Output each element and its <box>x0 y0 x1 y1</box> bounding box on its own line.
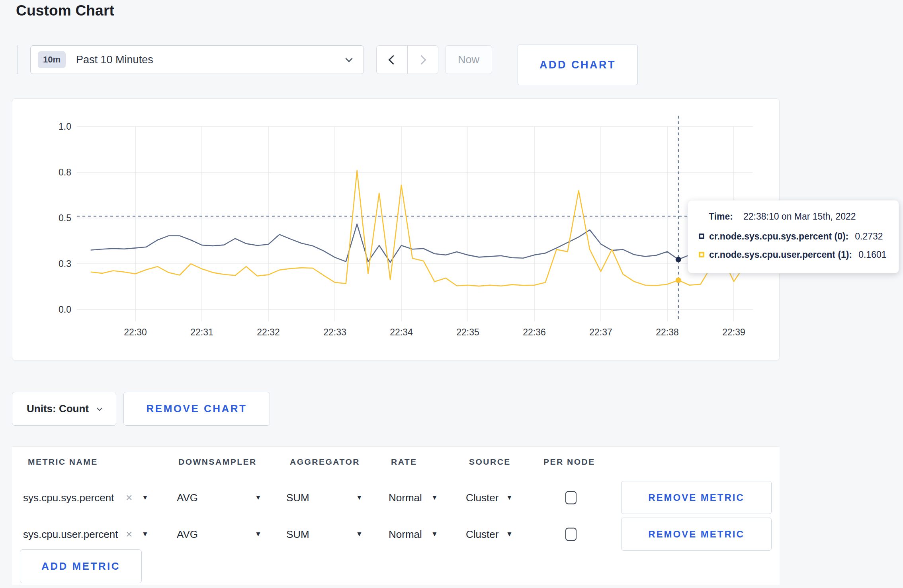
svg-text:22:38: 22:38 <box>656 327 679 337</box>
tooltip-time-row: Time:22:38:10 on Mar 15th, 2022 <box>709 211 856 222</box>
svg-text:22:34: 22:34 <box>390 327 413 337</box>
next-range-button[interactable] <box>408 46 438 74</box>
downsampler-select[interactable]: AVG <box>177 492 198 504</box>
svg-text:0.0: 0.0 <box>59 304 71 315</box>
svg-text:22:37: 22:37 <box>589 327 612 337</box>
svg-text:0.8: 0.8 <box>59 167 71 177</box>
caret-down-icon[interactable]: ▼ <box>142 530 149 538</box>
chevron-down-icon <box>345 55 352 62</box>
per-node-checkbox[interactable] <box>565 528 577 541</box>
svg-text:22:32: 22:32 <box>257 327 280 337</box>
custom-chart-page: Custom Chart 10m Past 10 Minutes Now ADD… <box>0 0 903 588</box>
time-range-dropdown[interactable]: 10m Past 10 Minutes <box>30 45 364 74</box>
remove-metric-x-icon[interactable]: × <box>126 491 132 504</box>
metric-name-select[interactable]: sys.cpu.sys.percent <box>23 492 114 504</box>
column-header: RATE <box>391 457 417 467</box>
source-select[interactable]: Cluster <box>466 492 498 504</box>
caret-down-icon[interactable]: ▼ <box>506 530 513 538</box>
chevron-down-icon <box>97 405 102 411</box>
series-name: cr.node.sys.cpu.sys.percent (0): <box>709 231 848 242</box>
tooltip-series-row: cr.node.sys.cpu.sys.percent (0):0.2732 <box>699 232 883 241</box>
remove-metric-button[interactable]: REMOVE METRIC <box>621 518 772 551</box>
chevron-left-icon <box>388 55 398 64</box>
source-select[interactable]: Cluster <box>466 528 498 541</box>
svg-text:1.0: 1.0 <box>59 121 71 132</box>
caret-down-icon[interactable]: ▼ <box>356 530 363 538</box>
page-title: Custom Chart <box>16 2 114 19</box>
time-window-label: Past 10 Minutes <box>76 54 346 66</box>
now-button[interactable]: Now <box>445 45 492 74</box>
caret-down-icon[interactable]: ▼ <box>431 530 438 538</box>
aggregator-select[interactable]: SUM <box>286 528 309 541</box>
add-chart-button[interactable]: ADD CHART <box>518 45 638 85</box>
column-header: PER NODE <box>543 457 595 467</box>
rate-select[interactable]: Normal <box>389 528 422 541</box>
aggregator-select[interactable]: SUM <box>286 492 309 504</box>
metric-row: sys.cpu.sys.percent×▼AVG▼SUM▼Normal▼Clus… <box>12 479 780 516</box>
svg-text:0.5: 0.5 <box>59 213 71 223</box>
svg-text:22:33: 22:33 <box>323 327 346 337</box>
svg-text:22:35: 22:35 <box>456 327 479 337</box>
caret-down-icon[interactable]: ▼ <box>506 494 513 502</box>
column-header: AGGREGATOR <box>290 457 360 467</box>
tooltip-time-label: Time: <box>709 211 733 222</box>
column-header: METRIC NAME <box>28 457 98 467</box>
tooltip-series-row: cr.node.sys.cpu.user.percent (1):0.1601 <box>699 250 887 259</box>
caret-down-icon[interactable]: ▼ <box>255 494 262 502</box>
units-dropdown[interactable]: Units: Count <box>12 392 116 426</box>
prev-range-button[interactable] <box>377 46 408 74</box>
rate-select[interactable]: Normal <box>389 492 422 504</box>
toolbar-left-rule <box>18 45 18 74</box>
time-window-badge: 10m <box>38 51 66 68</box>
column-header: DOWNSAMPLER <box>178 457 257 467</box>
remove-metric-x-icon[interactable]: × <box>126 528 132 541</box>
time-pager <box>376 45 438 74</box>
per-node-checkbox[interactable] <box>565 491 577 504</box>
chart-card: 0.00.30.50.81.022:3022:3122:3222:3322:34… <box>12 98 780 360</box>
caret-down-icon[interactable]: ▼ <box>356 494 363 502</box>
svg-text:0.3: 0.3 <box>59 259 71 269</box>
svg-text:22:39: 22:39 <box>722 327 745 337</box>
chevron-right-icon <box>417 55 426 64</box>
units-label: Units: Count <box>27 403 89 415</box>
series-value: 0.1601 <box>858 249 886 260</box>
caret-down-icon[interactable]: ▼ <box>431 494 438 502</box>
metric-row: sys.cpu.user.percent×▼AVG▼SUM▼Normal▼Clu… <box>12 516 780 553</box>
remove-chart-button[interactable]: REMOVE CHART <box>123 392 270 426</box>
chart-tooltip: Time:22:38:10 on Mar 15th, 2022 cr.node.… <box>688 200 899 273</box>
svg-text:22:36: 22:36 <box>523 327 546 337</box>
svg-text:22:30: 22:30 <box>124 327 147 337</box>
column-header: SOURCE <box>469 457 511 467</box>
tooltip-time-value: 22:38:10 on Mar 15th, 2022 <box>743 211 856 222</box>
remove-metric-button[interactable]: REMOVE METRIC <box>621 481 772 514</box>
series-value: 0.2732 <box>855 231 883 242</box>
caret-down-icon[interactable]: ▼ <box>142 494 149 502</box>
caret-down-icon[interactable]: ▼ <box>255 530 262 538</box>
add-metric-button[interactable]: ADD METRIC <box>20 549 142 583</box>
series-swatch-icon <box>699 234 704 239</box>
series-name: cr.node.sys.cpu.user.percent (1): <box>709 249 852 260</box>
svg-text:22:31: 22:31 <box>190 327 213 337</box>
series-swatch-icon <box>699 252 704 257</box>
metric-name-select[interactable]: sys.cpu.user.percent <box>23 528 118 541</box>
downsampler-select[interactable]: AVG <box>177 528 198 541</box>
